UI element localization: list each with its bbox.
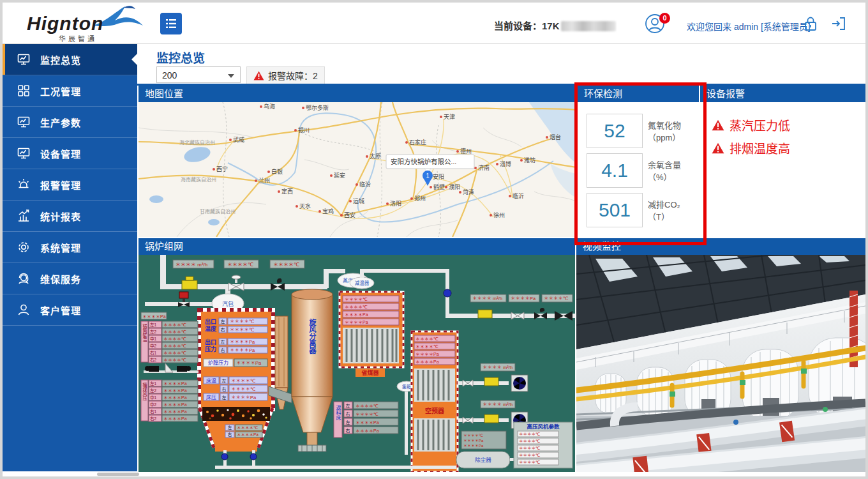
china-map[interactable]: 海北藏族自治州 海南藏族自治州 甘南藏族自治州 乌海 鄂尔多斯 银川 武威 西宁…	[138, 102, 576, 237]
svg-text:＊＊＊＊℃: ＊＊＊＊℃	[519, 453, 540, 457]
divider	[137, 84, 865, 86]
env-panel-title: 环保检测	[578, 86, 699, 102]
svg-text:＊＊＊＊℃: ＊＊＊＊℃	[237, 425, 258, 430]
logout-icon	[830, 15, 848, 33]
sidebar-item-label: 工况管理	[40, 84, 81, 98]
svg-text:＊＊＊＊℃: ＊＊＊＊℃	[415, 337, 438, 341]
sidebar-item-alarm-mgmt[interactable]: 报警管理	[3, 169, 137, 201]
svg-text:床温: 床温	[206, 377, 216, 384]
metric-co2: 501 减排CO₂ （T）	[587, 193, 695, 226]
svg-text:濮阳: 濮阳	[449, 183, 460, 190]
svg-text:石家庄: 石家庄	[409, 139, 426, 146]
env-monitor-panel: 环保检测 52 氮氧化物 （ppm） 4.1 余氧含量 （%） 501 减排CO…	[578, 86, 699, 237]
sidebar-item-label: 客户管理	[40, 303, 81, 317]
svg-text:天水: 天水	[299, 202, 311, 209]
svg-text:炉膛压力: 炉膛压力	[208, 360, 228, 366]
sidebar-item-customers[interactable]: 客户管理	[3, 294, 137, 326]
svg-text:出口: 出口	[205, 338, 216, 346]
svg-text:兰州: 兰州	[258, 177, 270, 184]
svg-text:右: 右	[221, 327, 225, 333]
video-monitor-panel: 视频监控	[576, 238, 865, 476]
svg-text:银川: 银川	[298, 126, 310, 133]
svg-text:西安: 西安	[344, 211, 355, 218]
map-panel-title: 地图位置	[138, 86, 576, 102]
svg-text:＊＊＊＊Pa: ＊＊＊＊Pa	[463, 444, 484, 448]
svg-text:＊＊＊＊Pa: ＊＊＊＊Pa	[163, 395, 187, 400]
svg-text:徐州: 徐州	[493, 211, 505, 218]
company-logo: Hignton 华辰智通	[18, 5, 146, 42]
svg-text:＊＊＊＊Pa: ＊＊＊＊Pa	[163, 416, 187, 421]
lock-button[interactable]	[802, 15, 819, 33]
svg-text:＊＊＊＊Pa: ＊＊＊＊Pa	[230, 347, 255, 353]
svg-text:＊＊＊＊℃: ＊＊＊＊℃	[163, 337, 186, 341]
lock-icon	[802, 15, 819, 33]
svg-text:右: 右	[221, 347, 225, 353]
svg-text:右: 右	[346, 411, 350, 417]
svg-text:郑州: 郑州	[414, 195, 426, 202]
svg-text:＊＊＊＊Pa: ＊＊＊＊Pa	[237, 432, 258, 437]
svg-text:左: 左	[221, 339, 225, 344]
region-label: 海南藏族自治州	[181, 176, 216, 183]
frame-right	[865, 0, 868, 479]
device-name-redacted	[561, 21, 616, 31]
sidebar-item-working-condition[interactable]: 工况管理	[3, 75, 137, 107]
monitor-icon	[17, 146, 31, 160]
video-panel-title: 视频监控	[576, 238, 865, 255]
svg-text:＊＊＊＊ m³/h: ＊＊＊＊ m³/h	[176, 262, 207, 268]
svg-text:左: 左	[221, 319, 225, 324]
svg-text:左1: 左1	[150, 381, 157, 386]
notification-badge[interactable]: 0	[659, 13, 670, 24]
svg-text:汽包: 汽包	[222, 300, 234, 307]
monitor-icon	[17, 115, 31, 129]
alarm-item: 蒸汽压力低	[712, 116, 790, 133]
svg-text:播煤风压: 播煤风压	[142, 382, 147, 401]
svg-text:＊＊＊＊Pa: ＊＊＊＊Pa	[230, 339, 255, 345]
sidebar-item-equipment[interactable]: 设备管理	[3, 138, 137, 169]
sidebar-item-label: 设备管理	[40, 147, 81, 160]
svg-text:中1: 中1	[150, 336, 157, 342]
svg-text:左: 左	[346, 403, 350, 408]
svg-text:锅筒壁温: 锅筒壁温	[142, 323, 147, 342]
svg-text:＊＊＊＊℃: ＊＊＊＊℃	[231, 378, 255, 384]
boiler-scada-diagram: ＊＊＊＊ m³/h ＊＊＊＊℃ ＊＊＊＊℃ 汽包	[138, 255, 575, 476]
svg-text:运城: 运城	[353, 198, 364, 204]
warning-triangle-icon	[253, 71, 264, 80]
logout-button[interactable]	[830, 15, 848, 33]
svg-text:＊＊＊＊Pa: ＊＊＊＊Pa	[163, 388, 187, 393]
svg-text:集箱: 集箱	[402, 384, 411, 390]
grid-icon	[17, 84, 31, 98]
svg-text:＊＊＊＊Pa: ＊＊＊＊Pa	[415, 360, 439, 364]
wall-temp-table: 锅筒壁温 左1 ＊＊＊＊℃ 左2 ＊＊＊＊℃ 中1 ＊＊＊＊℃ 中2 ＊＊＊＊℃…	[141, 321, 198, 363]
frame-left	[0, 0, 3, 479]
svg-text:＊＊＊＊℃: ＊＊＊＊℃	[355, 404, 378, 408]
svg-text:＊＊＊＊℃: ＊＊＊＊℃	[519, 446, 540, 450]
frame-top	[0, 0, 868, 3]
svg-text:减温器: 减温器	[355, 280, 370, 286]
sidebar-item-system[interactable]: 系统管理	[3, 232, 137, 263]
alarm-fault-text: 报警故障：2	[268, 69, 318, 82]
svg-text:太原: 太原	[370, 153, 381, 160]
horizontal-scrollbar[interactable]	[3, 472, 865, 476]
sidebar-item-maintenance[interactable]: 维保服务	[3, 263, 137, 294]
svg-text:西宁: 西宁	[216, 165, 228, 172]
device-dropdown[interactable]: 200	[156, 66, 241, 83]
svg-text:定西: 定西	[281, 188, 293, 195]
sidebar-item-monitor-overview[interactable]: 监控总览	[3, 44, 137, 75]
svg-text:返料床: 返料床	[335, 405, 341, 421]
dashboard-window: Hignton 华辰智通 当前设备：17K 0 欢迎您回来 admin [系统管…	[0, 0, 868, 479]
svg-text:＊＊＊＊℃: ＊＊＊＊℃	[163, 323, 186, 327]
device-alarm-panel: 设备报警 蒸汽压力低 排烟温度高	[700, 86, 865, 237]
scrollbar-thumb[interactable]	[97, 473, 139, 476]
svg-text:＊＊＊＊Pa: ＊＊＊＊Pa	[511, 296, 536, 301]
svg-text:乌海: 乌海	[264, 103, 275, 110]
svg-text:＊＊＊＊℃: ＊＊＊＊℃	[519, 432, 540, 436]
page-title: 监控总览	[156, 49, 205, 66]
svg-text:＊＊＊＊℃: ＊＊＊＊℃	[355, 412, 378, 416]
menu-button[interactable]	[160, 13, 182, 34]
current-device-label: 当前设备：17K	[494, 19, 616, 32]
sidebar-item-production-params[interactable]: 生产参数	[3, 107, 137, 138]
svg-text:＊＊＊＊℃: ＊＊＊＊℃	[163, 330, 186, 334]
sidebar-item-statistics[interactable]: 统计报表	[3, 201, 137, 232]
svg-text:菏泽: 菏泽	[463, 189, 474, 195]
svg-text:左1: 左1	[150, 322, 157, 327]
